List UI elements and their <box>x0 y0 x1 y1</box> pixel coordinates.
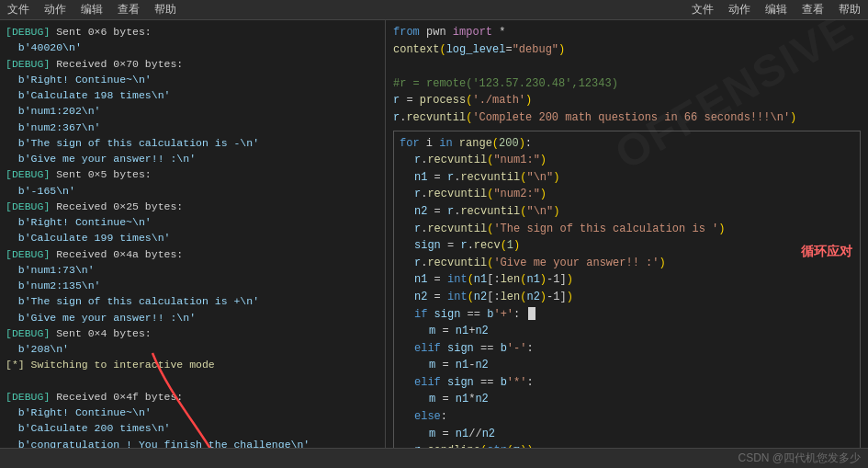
code-imports: from pwn import * context(log_level="deb… <box>393 24 861 127</box>
loop-annotation: 循环应对 <box>801 242 852 262</box>
menu-bar: 文件 动作 编辑 查看 帮助 文件 动作 编辑 查看 帮助 <box>0 0 868 20</box>
terminal-output: [DEBUG] Sent 0×6 bytes: b'40020\n' [DEBU… <box>6 24 379 448</box>
code-loop-block: 循环应对 for i in range(200): r.recvuntil("n… <box>393 131 861 448</box>
menu-edit-right[interactable]: 编辑 <box>765 2 787 17</box>
code-editor-panel[interactable]: from pwn import * context(log_level="deb… <box>386 20 868 448</box>
terminal-panel[interactable]: [DEBUG] Sent 0×6 bytes: b'40020\n' [DEBU… <box>0 20 386 448</box>
menu-help-left[interactable]: 帮助 <box>154 2 176 17</box>
menu-view-right[interactable]: 查看 <box>802 2 824 17</box>
menu-help-right[interactable]: 帮助 <box>839 2 861 17</box>
menu-file-right[interactable]: 文件 <box>692 2 714 17</box>
csdn-watermark: CSDN @四代机您发多少 <box>738 451 861 466</box>
menu-file-left[interactable]: 文件 <box>7 2 29 17</box>
main-content: [DEBUG] Sent 0×6 bytes: b'40020\n' [DEBU… <box>0 20 868 448</box>
status-bar: CSDN @四代机您发多少 <box>0 448 868 468</box>
menu-action-right[interactable]: 动作 <box>728 2 750 17</box>
menu-edit-left[interactable]: 编辑 <box>81 2 103 17</box>
menu-view-left[interactable]: 查看 <box>118 2 140 17</box>
menu-action-left[interactable]: 动作 <box>44 2 66 17</box>
